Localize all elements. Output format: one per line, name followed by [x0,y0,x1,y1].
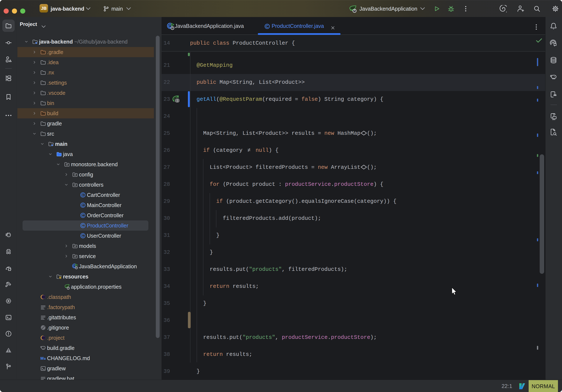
svg-text:M: M [40,356,43,361]
